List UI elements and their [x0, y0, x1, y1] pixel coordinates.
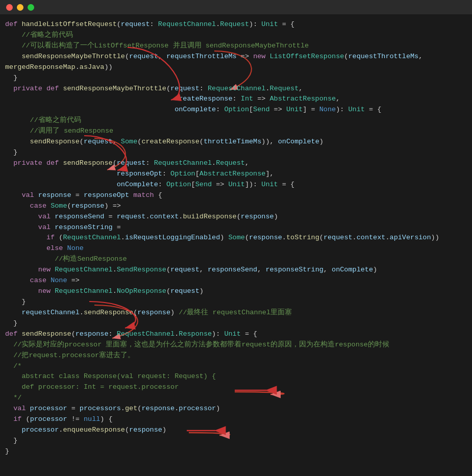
line-49: } — [5, 446, 472, 457]
code-content: def handleListOffsetRequest(request: Req… — [5, 19, 472, 457]
line-22: case Some(response) => — [5, 201, 472, 212]
line-30: new RequestChannel.NoOpResponse(request) — [5, 286, 472, 297]
line-44: val processor = processors.get(response.… — [5, 404, 472, 414]
line-2: def handleListOffsetRequest(request: Req… — [5, 19, 472, 30]
line-36: def sendResponse(response: RequestChanne… — [5, 329, 472, 340]
line-26: else None — [5, 243, 472, 254]
line-4: //可以看出构造了一个ListOffsetResponse 并且调用 sendR… — [5, 41, 472, 52]
line-29: case None => — [5, 275, 472, 286]
minimize-button[interactable] — [17, 4, 23, 11]
line-46: if (processor != null) { — [5, 414, 472, 425]
line-3: //省略之前代码 — [5, 30, 472, 41]
line-5: sendResponseMaybeThrottle(request, reque… — [5, 52, 472, 62]
line-12: //省略之前代码 — [5, 115, 472, 126]
line-28: new RequestChannel.SendResponse(request,… — [5, 265, 472, 275]
line-40: abstract class Response(val request: Req… — [5, 371, 472, 382]
line-15: } — [5, 147, 472, 158]
line-6: mergedResponseMap.asJava)) — [5, 62, 472, 73]
line-33: requestChannel.sendResponse(response) //… — [5, 308, 472, 318]
line-7: } — [5, 73, 472, 84]
line-14: sendResponse(request, Some(createRespons… — [5, 137, 472, 147]
close-button[interactable] — [6, 4, 13, 11]
line-31: } — [5, 297, 472, 308]
line-39: /* — [5, 361, 472, 372]
line-34: } — [5, 318, 472, 329]
line-38: //把request.processor塞进去了。 — [5, 350, 472, 361]
line-11: onComplete: Option[Send => Unit] = None)… — [5, 105, 472, 115]
line-9: private def sendResponseMaybeThrottle(re… — [5, 84, 472, 94]
line-13: //调用了 sendResponse — [5, 126, 472, 137]
line-24: val responseString = — [5, 222, 472, 233]
line-21: val response = responseOpt match { — [5, 190, 472, 201]
line-27: //构造SendResponse — [5, 254, 472, 265]
line-47: processor.enqueueResponse(response) — [5, 425, 472, 436]
line-25: if (RequestChannel.isRequestLoggingEnabl… — [5, 233, 472, 243]
line-43: */ — [5, 393, 472, 404]
code-area: def handleListOffsetRequest(request: Req… — [0, 14, 472, 462]
maximize-button[interactable] — [28, 4, 34, 11]
line-10: createResponse: Int => AbstractResponse, — [5, 94, 472, 105]
line-19: onComplete: Option[Send => Unit]): Unit … — [5, 180, 472, 190]
line-23: val responseSend = request.context.build… — [5, 212, 472, 222]
line-42: def processor: Int = request.processor — [5, 382, 472, 393]
line-17: private def sendResponse(request: Reques… — [5, 158, 472, 169]
line-48: } — [5, 436, 472, 446]
line-37: //实际是对应的processor 里面塞，这也是为什么之前方法参数都带着req… — [5, 340, 472, 350]
line-18: responseOpt: Option[AbstractResponse], — [5, 169, 472, 180]
titlebar — [0, 0, 472, 14]
